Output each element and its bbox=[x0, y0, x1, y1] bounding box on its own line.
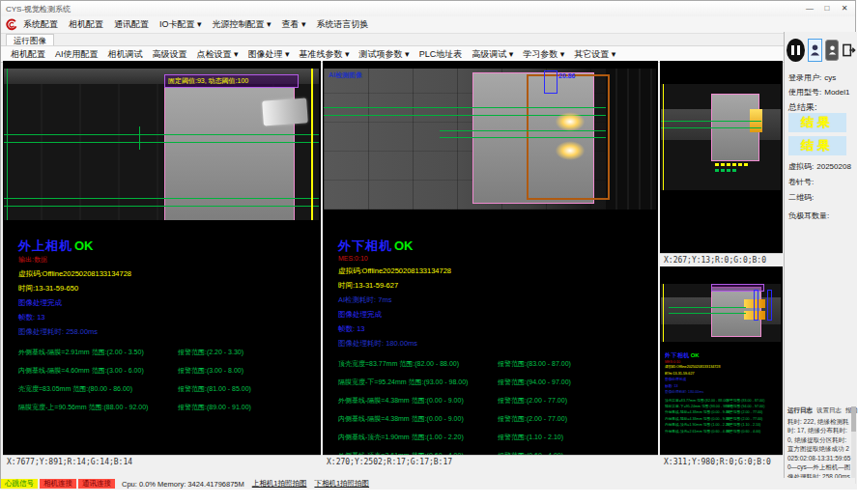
measurement-value: 内侧基线-顶壳=1.90mm 范围:(1.00 - 2.20) bbox=[338, 433, 464, 442]
login-user-label: 登录用户: bbox=[788, 73, 821, 82]
model-row: 使用型号:Model1 bbox=[788, 87, 849, 98]
result-block-outer-bottom: 外下相机OK MES:0:10 虚拟码:Offline2025020813313… bbox=[338, 238, 638, 466]
alarm-range: 报警范围:(2.20 - 3.30) bbox=[178, 348, 243, 357]
tool-plc-address-table[interactable]: PLC地址表 bbox=[419, 48, 463, 61]
log-text: 耗时: 222, 绝缘检测耗时: 17, 绝缘分布耗时: 0, 绝缘提取分区耗时… bbox=[787, 417, 852, 481]
tool-spot-check[interactable]: 点检设置 ▾ bbox=[197, 48, 239, 61]
log-tabs: 运行日志 设置日志 报错日志 bbox=[787, 406, 855, 415]
model-value: Model1 bbox=[824, 88, 849, 97]
alarm-range: 报警范围:(2.00 - 77.00) bbox=[726, 416, 762, 421]
tool-camera-debug[interactable]: 相机调试 bbox=[108, 48, 143, 61]
ai-region-label: AI检测图像 bbox=[329, 70, 362, 80]
measurement-value: 外侧基线-顶壳=2.61mm 范围:(0.60 - 4.00) bbox=[665, 429, 730, 434]
camera-result-title: 外上相机OK bbox=[18, 238, 318, 255]
measurement-row: 隔膜宽度-下=95.24mm 范围:(93.00 - 98.00)报警范围:(9… bbox=[338, 375, 638, 393]
camera-image-aux-bottom[interactable] bbox=[661, 284, 781, 342]
menu-item-io-config[interactable]: IO卡配置 ▾ bbox=[159, 18, 202, 31]
weld-glow-spot bbox=[554, 111, 586, 132]
tool-advanced-settings[interactable]: 高级设置 bbox=[153, 48, 187, 61]
tiny-overlay-text-marks bbox=[715, 169, 738, 172]
measurement-value: 内侧基线-隔膜=4.60mm 范围:(3.00 - 6.00) bbox=[18, 366, 144, 376]
app-logo-icon bbox=[5, 18, 18, 31]
mes-subtitle: MES:0:10 bbox=[665, 359, 781, 363]
measurement-value: 壳宽度=83.05mm 范围:(80.00 - 86.00) bbox=[18, 384, 132, 394]
exit-button[interactable] bbox=[842, 40, 856, 61]
measurement-value: 顶壳宽度=83.77mm 范围:(82.00 - 88.00) bbox=[665, 398, 729, 403]
alarm-range: 报警范围:(2.00 - 77.00) bbox=[498, 414, 567, 424]
tool-baseline-params[interactable]: 基准线参数 ▾ bbox=[300, 48, 350, 61]
menu-item-view[interactable]: 查看 ▾ bbox=[282, 18, 306, 31]
measurement-row: 壳宽度=83.05mm 范围:(80.00 - 86.00)报警范围:(81.0… bbox=[18, 381, 318, 400]
close-button[interactable]: ✕ bbox=[836, 1, 853, 15]
ai-time-text: AI检测耗时: 7ms bbox=[338, 295, 638, 305]
lock-user-button[interactable] bbox=[825, 40, 839, 61]
scrollbar-thumb[interactable] bbox=[851, 406, 856, 432]
mini-result-block: 外下相机OK MES:0:10 虚拟码:Offline2025020813313… bbox=[665, 351, 781, 453]
measure-line bbox=[669, 313, 746, 314]
alarm-range: 报警范围:(94.00 - 97.00) bbox=[726, 404, 764, 408]
elapsed-time-text: 图像处理耗时: 180.00ms bbox=[665, 390, 781, 395]
yellow-reference-line bbox=[663, 84, 664, 190]
tool-advanced-debug[interactable]: 高级调试 ▾ bbox=[472, 48, 513, 61]
measure-line bbox=[4, 206, 319, 207]
pause-button[interactable] bbox=[786, 39, 805, 62]
measure-tick bbox=[139, 126, 140, 150]
threshold-roi-box: 固定阈值:93, 动态阈值:100 bbox=[164, 74, 299, 88]
tool-image-processing[interactable]: 图像处理 ▾ bbox=[248, 48, 290, 61]
measurement-value: 内侧基线-顶壳=1.90mm 范围:(1.00 - 2.20) bbox=[665, 423, 730, 428]
measurement-value: 外侧基线-隔膜=2.91mm 范围:(2.00 - 3.50) bbox=[18, 348, 144, 357]
measurement-row: 内侧基线-隔膜=4.38mm 范围:(0.00 - 9.00)报警范围:(2.0… bbox=[338, 411, 638, 430]
camera-image-outer-top[interactable]: 固定阈值:93, 动态阈值:100 bbox=[4, 69, 319, 220]
tool-camera-config[interactable]: 相机配置 bbox=[11, 48, 45, 61]
camera-panel-aux-bottom: 外下相机OK MES:0:10 虚拟码:Offline2025020813313… bbox=[660, 266, 783, 467]
menu-item-system-config[interactable]: 系统配置 bbox=[23, 18, 58, 31]
tool-test-item-params[interactable]: 测试项参数 ▾ bbox=[359, 48, 410, 61]
measurement-row: 顶壳宽度=83.77mm 范围:(82.00 - 88.00)报警范围:(83.… bbox=[338, 356, 638, 375]
time-text: 时间:13-31-59-627 bbox=[338, 281, 638, 291]
measurement-row: 内侧基线-顶壳=1.90mm 范围:(1.00 - 2.20)报警范围:(1.1… bbox=[338, 430, 638, 448]
menu-item-camera-config[interactable]: 相机配置 bbox=[69, 18, 103, 31]
top-camera-capture-link[interactable]: 上相机1拍照拍图 bbox=[252, 479, 307, 489]
measure-line bbox=[661, 121, 761, 122]
log-tab-settings[interactable]: 设置日志 bbox=[816, 406, 842, 415]
machine-dark-band bbox=[606, 69, 656, 210]
bottom-camera-capture-link[interactable]: 下相机1拍照拍图 bbox=[314, 479, 369, 489]
camera-result-title: 外下相机OK bbox=[338, 238, 638, 255]
tiny-overlay-text-marks bbox=[715, 163, 748, 166]
menu-item-language-switch[interactable]: 系统语言切换 bbox=[317, 18, 369, 31]
tabbar: 运行图像 bbox=[1, 33, 855, 45]
pause-icon bbox=[791, 45, 794, 55]
barcode-text: 虚拟码:Offline20250208133134728 bbox=[338, 266, 638, 276]
result-block-outer-top: 外上相机OK 输出:数据 虚拟码:Offline2025020813313472… bbox=[18, 238, 318, 418]
measurement-list: 外侧基线-隔膜=2.91mm 范围:(2.00 - 3.50)报警范围:(2.2… bbox=[18, 345, 318, 418]
camera-panel-outer-bottom: AI检测图像 20.86 外下相机OK MES:0:10 虚拟码:Offline… bbox=[323, 61, 658, 467]
maximize-button[interactable]: □ bbox=[818, 1, 836, 15]
menu-item-light-config[interactable]: 光源控制配置 ▾ bbox=[213, 18, 272, 31]
camera-name: 外下相机 bbox=[338, 238, 392, 253]
minimize-button[interactable]: — bbox=[801, 1, 818, 15]
camera-image-outer-bottom[interactable]: AI检测图像 20.86 bbox=[324, 69, 656, 210]
yellow-reference-line bbox=[663, 284, 664, 342]
baseline-line bbox=[4, 142, 319, 143]
camera-connection-badge: 相机连接 bbox=[40, 479, 76, 489]
virtual-code-label: 虚拟码: bbox=[788, 162, 814, 171]
tool-learning-params[interactable]: 学习参数 ▾ bbox=[523, 48, 564, 61]
measurement-row: 内侧基线-隔膜=4.60mm 范围:(3.00 - 6.00)报警范围:(3.0… bbox=[18, 363, 318, 381]
alarm-range: 报警范围:(1.10 - 2.10) bbox=[498, 433, 563, 442]
alarm-range: 报警范围:(1.10 - 2.10) bbox=[726, 423, 760, 428]
login-user-button[interactable] bbox=[808, 39, 822, 62]
measurement-row: 隔膜宽度-上=90.56mm 范围:(88.00 - 92.00)报警范围:(8… bbox=[18, 400, 318, 418]
log-tab-run[interactable]: 运行日志 bbox=[787, 406, 813, 415]
log-scrollbar[interactable] bbox=[851, 406, 856, 484]
menu-item-comm-config[interactable]: 通讯配置 bbox=[114, 18, 149, 31]
application: CYS-视觉检测系统 — □ ✕ 系统配置 相机配置 通讯配置 IO卡配置 ▾ … bbox=[0, 0, 858, 504]
alarm-range: 报警范围:(94.00 - 97.00) bbox=[498, 378, 571, 387]
measurement-row: 外侧基线-顶壳=2.61mm 范围:(0.60 - 4.00)报警范围:(0.6… bbox=[665, 428, 781, 434]
cursor-pixel-info: X:7677;Y:891;R:14;G:14;B:14 bbox=[3, 455, 321, 467]
camera-image-aux-top[interactable] bbox=[661, 84, 781, 190]
user-icon bbox=[810, 43, 820, 57]
alarm-range: 报警范围:(89.00 - 91.00) bbox=[178, 403, 251, 412]
comm-connection-badge: 通讯连接 bbox=[78, 479, 115, 489]
tool-ai-usage-config[interactable]: AI使用配置 bbox=[55, 48, 99, 61]
tool-other-settings[interactable]: 其它设置 ▾ bbox=[574, 48, 615, 61]
